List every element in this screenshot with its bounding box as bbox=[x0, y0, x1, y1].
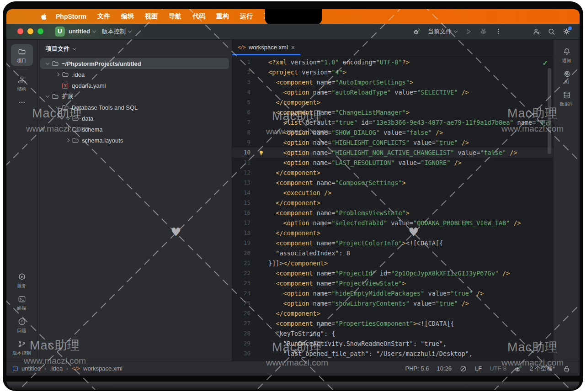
code-line-9: 9 <option name="HIGHLIGHT_CONFLICTS" val… bbox=[232, 138, 553, 148]
tree-item-data[interactable]: data bbox=[40, 113, 229, 124]
indent-widget[interactable]: 2 个空格* bbox=[530, 365, 555, 373]
tool-window-widget-icon[interactable] bbox=[13, 366, 18, 371]
code-line-3: 3 <component name="AutoImportSettings"> bbox=[232, 77, 553, 87]
listen-debug-icon[interactable] bbox=[514, 365, 522, 372]
editor-area[interactable]: </> workspace.xml × ✓ 1<?xml version="1.… bbox=[232, 40, 553, 361]
branch-icon bbox=[17, 339, 27, 349]
line-number: 30 bbox=[232, 349, 250, 359]
run-button[interactable] bbox=[464, 27, 472, 35]
minimize-window-button[interactable] bbox=[27, 28, 33, 34]
project-tree: ~/PhpstormProjects/untitled.ideaYqodana.… bbox=[37, 58, 232, 146]
breadcrumb-file[interactable]: workspace.xml bbox=[83, 365, 123, 372]
code-line-6: 6 <component name="ChangeListManager"> bbox=[232, 107, 553, 117]
menu-item-文件[interactable]: 文件 bbox=[92, 12, 116, 21]
chevron-right-icon bbox=[66, 117, 69, 120]
tool-stripe-item-数据库[interactable]: 数据库 bbox=[556, 88, 578, 109]
folder-icon bbox=[51, 93, 59, 100]
menu-item-视图[interactable]: 视图 bbox=[139, 12, 163, 21]
database-icon bbox=[562, 90, 571, 100]
line-number: 15 bbox=[232, 198, 250, 208]
menu-item-重构[interactable]: 重构 bbox=[211, 12, 234, 21]
tree-item-label: ~/PhpstormProjects/untitled bbox=[62, 60, 141, 67]
php-version-widget[interactable]: PHP: 5.6 bbox=[405, 365, 429, 372]
listen-debug-icon[interactable] bbox=[413, 27, 421, 35]
xml-file-icon: </> bbox=[72, 366, 80, 371]
line-number: 7 bbox=[232, 117, 250, 127]
tool-stripe-item-版本控制[interactable]: 版本控制 bbox=[11, 337, 33, 358]
breadcrumb-project[interactable]: untitled bbox=[21, 365, 41, 372]
line-number: 10 bbox=[232, 148, 250, 158]
line-number: 24 bbox=[232, 288, 250, 298]
run-configuration-selector[interactable]: 当前文件 bbox=[428, 27, 457, 36]
debug-button[interactable] bbox=[479, 27, 487, 35]
search-everywhere-icon[interactable] bbox=[548, 27, 555, 35]
apple-menu-icon[interactable] bbox=[40, 12, 48, 21]
tool-stripe-item-项目[interactable]: 项目 bbox=[11, 44, 33, 66]
more-actions-icon[interactable] bbox=[495, 27, 502, 35]
screen: PhpStorm文件编辑视图导航代码重构运行工具VCS U untitled bbox=[6, 9, 580, 390]
code-line-10: 10 <option name="HIGHLIGHT_NON_ACTIVE_CH… bbox=[232, 148, 553, 158]
encoding-widget[interactable]: UTF-8 bbox=[490, 365, 506, 372]
project-view-selector[interactable]: 项目文件 bbox=[37, 40, 232, 58]
left-stripe-top: 项目结构 bbox=[6, 43, 37, 110]
left-tool-stripe: 项目结构 服务终端问题版本控制 bbox=[6, 40, 37, 361]
code-line-2: 2<project version="4"> bbox=[232, 67, 553, 77]
window-body: 项目结构 服务终端问题版本控制 项目文件 ~/PhpstormProjects/… bbox=[6, 40, 580, 361]
tree-item-label: .idea bbox=[72, 71, 85, 78]
breadcrumb-folder[interactable]: .idea bbox=[50, 365, 63, 372]
chevron-down-icon bbox=[56, 105, 59, 108]
project-switcher[interactable]: untitled bbox=[69, 28, 96, 35]
code-line-21: 21}]]></component> bbox=[232, 258, 553, 268]
intention-bulb-icon[interactable] bbox=[258, 149, 265, 156]
terminal-icon bbox=[17, 295, 27, 304]
menu-item-运行[interactable]: 运行 bbox=[234, 12, 258, 21]
tool-stripe-item-通知[interactable]: 通知 bbox=[556, 44, 578, 66]
close-tab-icon[interactable]: × bbox=[291, 44, 295, 51]
code-line-11: 11 <option name="LAST_RESOLUTION" value=… bbox=[232, 158, 553, 168]
tool-stripe-item-more[interactable] bbox=[11, 95, 33, 109]
line-separator-widget[interactable]: LF bbox=[475, 365, 482, 372]
project-avatar[interactable]: U bbox=[55, 26, 65, 37]
xml-file-icon: </> bbox=[238, 44, 245, 50]
stripe-label: 服务 bbox=[17, 283, 27, 289]
code-line-28: 28 "keyToString": { bbox=[232, 328, 553, 339]
tool-stripe-item-结构[interactable]: 结构 bbox=[11, 73, 33, 94]
tool-stripe-item-问题[interactable]: 问题 bbox=[11, 314, 33, 336]
tree-item-schema[interactable]: schema bbox=[40, 124, 229, 135]
code-with-me-icon[interactable] bbox=[533, 27, 540, 35]
tree-item-schema.layouts[interactable]: schema.layouts bbox=[40, 135, 229, 146]
tree-item-label: qodana.yaml bbox=[72, 82, 106, 89]
editor-scrollbar[interactable] bbox=[548, 68, 551, 154]
highlighting-level-icon[interactable] bbox=[459, 365, 467, 372]
menu-item-PhpStorm[interactable]: PhpStorm bbox=[56, 13, 92, 20]
close-window-button[interactable] bbox=[17, 28, 23, 34]
menu-item-导航[interactable]: 导航 bbox=[163, 12, 187, 21]
code-viewport[interactable]: 1<?xml version="1.0" encoding="UTF-8"?>2… bbox=[232, 55, 553, 361]
right-tool-stripe: 通知AI数据库 bbox=[553, 40, 580, 361]
tool-stripe-item-服务[interactable]: 服务 bbox=[11, 270, 33, 291]
stripe-label: 项目 bbox=[17, 58, 27, 64]
caret-position-widget[interactable]: 10:26 bbox=[437, 365, 452, 372]
tree-item-Database Tools and SQL[interactable]: Database Tools and SQL bbox=[40, 102, 229, 113]
readonly-lock-icon[interactable] bbox=[563, 365, 570, 372]
menu-item-代码[interactable]: 代码 bbox=[187, 12, 211, 21]
menu-item-编辑[interactable]: 编辑 bbox=[116, 12, 139, 21]
tab-workspace-xml[interactable]: </> workspace.xml × bbox=[232, 40, 300, 55]
problems-icon bbox=[17, 317, 27, 326]
breadcrumb-separator: › bbox=[44, 366, 46, 372]
tree-item-~/PhpstormProjects/untitled[interactable]: ~/PhpstormProjects/untitled bbox=[40, 58, 229, 69]
tree-item-扩展[interactable]: 扩展 bbox=[40, 91, 229, 102]
settings-gear-icon[interactable] bbox=[563, 27, 570, 35]
tree-item-label: 扩展 bbox=[62, 92, 74, 101]
macbook-bezel: PhpStorm文件编辑视图导航代码重构运行工具VCS U untitled bbox=[3, 1, 583, 391]
bell-icon bbox=[562, 47, 571, 56]
code-line-30: 30 "last_opened_file_path": "/Users/macz… bbox=[232, 349, 553, 359]
zoom-window-button[interactable] bbox=[37, 28, 43, 34]
line-number: 4 bbox=[232, 87, 250, 97]
tree-item-.idea[interactable]: .idea bbox=[40, 69, 229, 80]
vcs-widget[interactable]: 版本控制 bbox=[102, 27, 131, 36]
tool-stripe-item-AI[interactable]: AI bbox=[556, 67, 578, 87]
tree-item-qodana.yaml[interactable]: Yqodana.yaml bbox=[40, 80, 229, 91]
tool-stripe-item-终端[interactable]: 终端 bbox=[11, 292, 33, 313]
code-line-16: 16 <component name="ProblemsViewState"> bbox=[232, 208, 553, 218]
